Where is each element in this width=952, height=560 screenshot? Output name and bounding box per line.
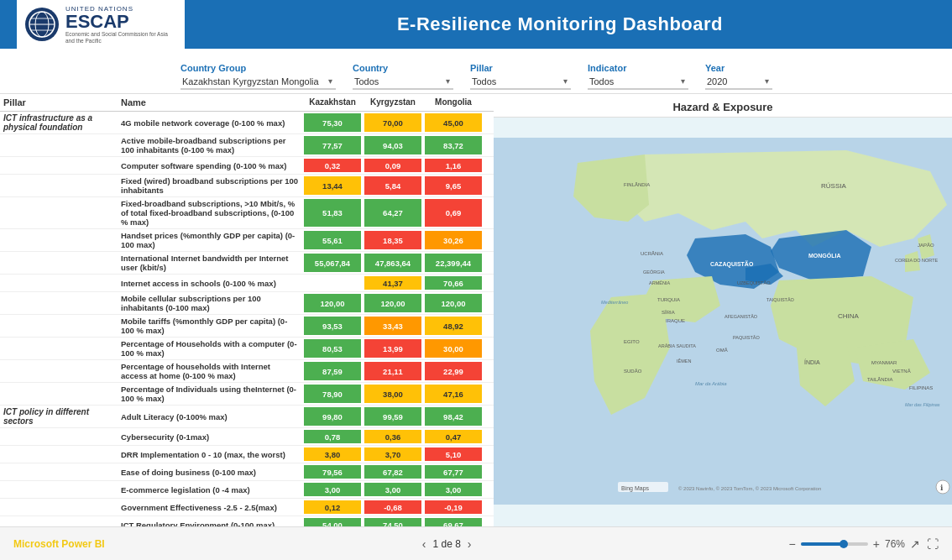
indicator-select[interactable]: Todos	[588, 75, 688, 90]
cell-mon: 83,72	[423, 134, 484, 156]
svg-text:UCRÂNIA: UCRÂNIA	[641, 251, 663, 256]
svg-text:COREIA DO NORTE: COREIA DO NORTE	[895, 258, 939, 263]
cell-name: Mobile cellular subscriptions per 100 in…	[118, 292, 302, 314]
cell-pillar	[0, 134, 118, 156]
svg-text:ARÁBIA SAUDITA: ARÁBIA SAUDITA	[658, 343, 696, 348]
svg-text:ÍNDIA: ÍNDIA	[804, 359, 820, 365]
cell-name: ICT Regulatory Environment (0-100 max)	[118, 516, 302, 526]
cell-pillar	[0, 275, 118, 291]
table-row: Computer software spending (0-100 % max)…	[0, 157, 494, 175]
filter-indicator: Indicator Todos	[588, 63, 688, 90]
svg-text:FINLÂNDIA: FINLÂNDIA	[624, 182, 650, 187]
table-row: Percentage of Individuals using theInter…	[0, 383, 494, 406]
prev-page-button[interactable]: ‹	[422, 537, 426, 551]
cell-name: Ease of doing business (0-100 max)	[118, 463, 302, 480]
cell-kyr: 13,99	[363, 338, 423, 359]
cell-kyr: 99,59	[363, 406, 423, 427]
table-row: International Internet bandwidth per Int…	[0, 252, 494, 275]
zoom-plus-icon[interactable]: +	[873, 537, 880, 551]
cell-kaz: 78,90	[302, 383, 363, 405]
svg-text:PAQUISTÃO: PAQUISTÃO	[733, 335, 760, 340]
svg-text:© 2023 Navinfo, © 2023 TomTom,: © 2023 Navinfo, © 2023 TomTom, © 2023 Mi…	[678, 486, 821, 491]
svg-text:MONGÓLIA: MONGÓLIA	[808, 252, 841, 259]
cell-kaz: 13,44	[302, 175, 363, 196]
cell-kaz: 51,83	[302, 197, 363, 228]
zoom-slider[interactable]	[801, 542, 868, 546]
header: UNITED NATIONS ESCAP Economic and Social…	[0, 0, 952, 49]
table-row: Mobile cellular subscriptions per 100 in…	[0, 292, 494, 315]
cell-kaz: 75,30	[302, 112, 363, 133]
logo-area: UNITED NATIONS ESCAP Economic and Social…	[17, 0, 185, 49]
cell-kaz: 3,80	[302, 446, 363, 463]
pillar-wrapper[interactable]: Todos	[470, 75, 571, 90]
svg-text:CHINA: CHINA	[838, 312, 860, 320]
pillar-select[interactable]: Todos	[470, 75, 571, 90]
country-select[interactable]: Todos	[353, 75, 453, 90]
cell-mon: 70,66	[423, 275, 484, 291]
cell-kyr: 94,03	[363, 134, 423, 156]
next-page-button[interactable]: ›	[468, 537, 472, 551]
cell-mon: 30,00	[423, 338, 484, 359]
cell-mon: 22,399,44	[423, 252, 484, 274]
cell-mon: 98,42	[423, 406, 484, 427]
table-row: ICT Regulatory Environment (0-100 max)54…	[0, 516, 494, 526]
country-group-label: Country Group	[180, 63, 336, 73]
cell-pillar	[0, 446, 118, 463]
cell-name: Fixed (wired) broadband subscriptions pe…	[118, 175, 302, 196]
cell-name: DRR Implementation 0 - 10 (max, the wors…	[118, 446, 302, 463]
page-indicator: 1 de 8	[432, 538, 460, 550]
cell-pillar	[0, 292, 118, 314]
table-row: Mobile tariffs (%monthly GDP per capita)…	[0, 315, 494, 338]
table-row: Fixed (wired) broadband subscriptions pe…	[0, 175, 494, 197]
col-header-kyr: Kyrgyzstan	[363, 97, 423, 107]
table-header: Pillar Name Kazakhstan Kyrgyzstan Mongol…	[0, 94, 494, 112]
svg-text:MYANMAR: MYANMAR	[871, 360, 897, 365]
cell-kyr: 0,09	[363, 157, 423, 174]
table-row: Active mobile-broadband subscriptions pe…	[0, 134, 494, 157]
cell-pillar	[0, 229, 118, 251]
page-nav: ‹ 1 de 8 ›	[422, 537, 472, 551]
svg-text:TAIQUISTÃO: TAIQUISTÃO	[766, 297, 795, 302]
svg-text:RÚSSIA: RÚSSIA	[821, 182, 846, 190]
indicator-wrapper[interactable]: Todos	[588, 75, 688, 90]
fullscreen-button[interactable]: ⛶	[927, 537, 939, 551]
cell-mon: 30,26	[423, 229, 484, 251]
cell-kyr: -0,68	[363, 499, 423, 516]
cell-pillar	[0, 481, 118, 498]
table-row: Percentage of Households with a computer…	[0, 338, 494, 360]
svg-text:UZBEQUISTÃO: UZBEQUISTÃO	[737, 280, 771, 285]
cell-kaz: 0,32	[302, 157, 363, 174]
year-select[interactable]: 2020	[705, 75, 772, 90]
svg-text:CAZAQUISTÃO: CAZAQUISTÃO	[710, 260, 754, 268]
year-wrapper[interactable]: 2020	[705, 75, 772, 90]
svg-text:SUDÃO: SUDÃO	[624, 369, 642, 374]
filter-pillar: Pillar Todos	[470, 63, 571, 90]
bottom-bar: Microsoft Power BI ‹ 1 de 8 › − + 76% ↗ …	[0, 526, 952, 560]
powerbi-link[interactable]: Microsoft Power BI	[13, 538, 105, 550]
cell-mon: 47,16	[423, 383, 484, 405]
share-button[interactable]: ↗	[910, 537, 920, 551]
country-group-select[interactable]: Kazakhstan Kyrgyzstan Mongolia	[180, 75, 336, 90]
cell-pillar	[0, 197, 118, 228]
cell-name: Adult Literacy (0-100% max)	[118, 406, 302, 427]
svg-text:VIETNÃ: VIETNÃ	[892, 369, 911, 374]
year-label: Year	[705, 63, 772, 73]
cell-name: Active mobile-broadband subscriptions pe…	[118, 134, 302, 156]
cell-mon: 48,92	[423, 315, 484, 337]
cell-kyr: 3,00	[363, 481, 423, 498]
cell-kyr: 120,00	[363, 292, 423, 314]
cell-pillar	[0, 383, 118, 405]
un-logo-icon	[25, 8, 59, 41]
cell-kaz: 87,59	[302, 360, 363, 382]
cell-name: 4G mobile network coverage (0-100 % max)	[118, 112, 302, 133]
cell-mon: 67,77	[423, 463, 484, 480]
cell-kyr: 67,82	[363, 463, 423, 480]
svg-text:Bing Maps: Bing Maps	[621, 485, 650, 492]
svg-text:IRAQUE: IRAQUE	[666, 318, 685, 323]
country-label: Country	[353, 63, 453, 73]
col-header-pillar: Pillar	[0, 97, 118, 107]
country-group-wrapper[interactable]: Kazakhstan Kyrgyzstan Mongolia	[180, 75, 336, 90]
country-wrapper[interactable]: Todos	[353, 75, 453, 90]
zoom-minus-icon[interactable]: −	[789, 537, 796, 551]
cell-pillar	[0, 463, 118, 480]
